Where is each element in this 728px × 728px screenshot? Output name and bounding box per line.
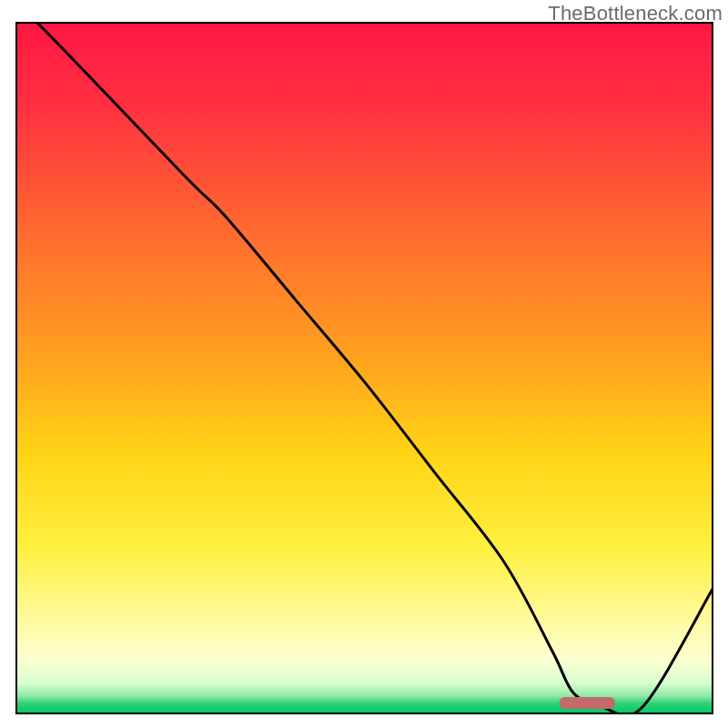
plot-background — [16, 23, 713, 713]
watermark-text: TheBottleneck.com — [548, 2, 723, 25]
bottleneck-chart: TheBottleneck.com — [0, 0, 728, 728]
optimal-marker — [560, 697, 615, 709]
chart-svg — [0, 0, 728, 728]
